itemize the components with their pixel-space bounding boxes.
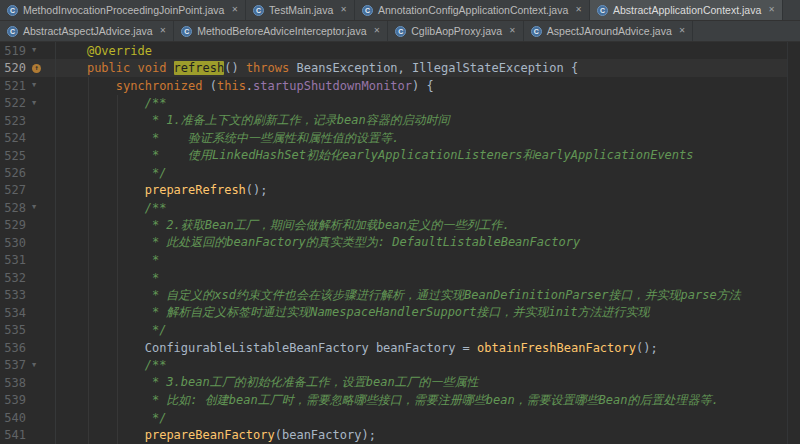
code-token <box>58 201 145 215</box>
gutter[interactable]: 525 <box>0 147 56 164</box>
code-line-538[interactable]: 538 * 3.bean工厂的初始化准备工作，设置bean工厂的一些属性 <box>0 374 800 391</box>
code-line-519[interactable]: 519▼ @Override <box>0 42 800 59</box>
tab-label: AspectJAroundAdvice.java <box>547 25 672 37</box>
gutter[interactable]: 527 <box>0 182 56 199</box>
code-line-525[interactable]: 525 * 使用LinkedHashSet初始化earlyApplication… <box>0 147 800 164</box>
code-line-527[interactable]: 527 prepareRefresh(); <box>0 182 800 199</box>
close-icon[interactable]: ✕ <box>768 6 775 14</box>
code-line-534[interactable]: 534 * 解析自定义标签时通过实现NamespaceHandlerSuppor… <box>0 304 800 321</box>
override-method-icon[interactable]: ↑ <box>32 64 41 73</box>
fold-arrow-icon[interactable]: ▼ <box>32 100 36 107</box>
gutter[interactable]: 521▼ <box>0 77 56 94</box>
gutter[interactable]: 532 <box>0 269 56 286</box>
code-token: () <box>224 61 246 75</box>
tab-AbstractAspectJAdvice.java[interactable]: CAbstractAspectJAdvice.java✕ <box>0 21 174 41</box>
gutter[interactable]: 534 <box>0 304 56 321</box>
code-line-537[interactable]: 537▼ /** <box>0 356 800 373</box>
scrollbar-error-stripe[interactable] <box>787 42 800 444</box>
code-text: * <box>56 253 800 267</box>
tab-CglibAopProxy.java[interactable]: CCglibAopProxy.java✕ <box>388 21 524 41</box>
line-number: 522 <box>0 96 29 110</box>
code-token <box>58 44 87 58</box>
code-token: * 自定义的xsd约束文件也会在该步骤进行解析，通过实现BeanDefiniti… <box>58 288 741 302</box>
gutter[interactable]: 529 <box>0 217 56 234</box>
java-class-icon: C <box>7 26 18 37</box>
code-line-528[interactable]: 528▼ /** <box>0 199 800 216</box>
gutter[interactable]: 520↑ <box>0 59 56 76</box>
gutter[interactable]: 533 <box>0 287 56 304</box>
code-line-520[interactable]: 520↑ public void refresh() throws BeansE… <box>0 59 800 76</box>
gutter[interactable]: 519▼ <box>0 42 56 59</box>
close-icon[interactable]: ✕ <box>340 6 347 14</box>
tab-TestMain.java[interactable]: CTestMain.java✕ <box>246 0 355 20</box>
gutter[interactable]: 526 <box>0 164 56 181</box>
code-line-521[interactable]: 521▼ synchronized (this.startupShutdownM… <box>0 77 800 94</box>
code-line-539[interactable]: 539 * 比如: 创建bean工厂时，需要忽略哪些接口，需要注册哪些bean，… <box>0 391 800 408</box>
gutter[interactable]: 530 <box>0 234 56 251</box>
gutter[interactable]: 523 <box>0 112 56 129</box>
close-icon[interactable]: ✕ <box>679 27 686 35</box>
fold-arrow-icon[interactable]: ▼ <box>32 82 36 89</box>
code-line-536[interactable]: 536 ConfigurableListableBeanFactory bean… <box>0 339 800 356</box>
code-token: * 2.获取Bean工厂，期间会做解析和加载bean定义的一些列工作. <box>58 218 510 232</box>
tab-MethodInvocationProceedingJoinPoint.java[interactable]: CMethodInvocationProceedingJoinPoint.jav… <box>0 0 246 20</box>
close-icon[interactable]: ✕ <box>160 27 167 35</box>
code-line-530[interactable]: 530 * 此处返回的beanFactory的真实类型为: DefaultLis… <box>0 234 800 251</box>
java-class-icon: C <box>362 5 373 16</box>
line-number: 520 <box>0 61 29 75</box>
close-icon[interactable]: ✕ <box>374 27 381 35</box>
code-line-529[interactable]: 529 * 2.获取Bean工厂，期间会做解析和加载bean定义的一些列工作. <box>0 217 800 234</box>
tab-row-2: CAbstractAspectJAdvice.java✕CMethodBefor… <box>0 21 800 42</box>
gutter[interactable]: 535 <box>0 322 56 339</box>
line-number: 526 <box>0 166 29 180</box>
code-line-531[interactable]: 531 * <box>0 252 800 269</box>
code-token: (beanFactory); <box>275 428 376 442</box>
tab-AspectJAroundAdvice.java[interactable]: CAspectJAroundAdvice.java✕ <box>524 21 694 41</box>
line-number: 532 <box>0 271 29 285</box>
code-token: @Override <box>87 44 152 58</box>
code-token: * <box>58 271 159 285</box>
tab-AnnotationConfigApplicationContext.java[interactable]: CAnnotationConfigApplicationContext.java… <box>355 0 590 20</box>
code-token: /** <box>145 358 167 372</box>
line-number: 529 <box>0 218 29 232</box>
code-text: */ <box>56 166 800 180</box>
code-token <box>58 341 145 355</box>
code-text: */ <box>56 323 800 337</box>
fold-arrow-icon[interactable]: ▼ <box>32 47 36 54</box>
code-line-541[interactable]: 541 prepareBeanFactory(beanFactory); <box>0 426 800 443</box>
code-line-533[interactable]: 533 * 自定义的xsd约束文件也会在该步骤进行解析，通过实现BeanDefi… <box>0 287 800 304</box>
fold-arrow-icon[interactable]: ▼ <box>32 204 36 211</box>
close-icon[interactable]: ✕ <box>231 6 238 14</box>
gutter[interactable]: 540 <box>0 409 56 426</box>
gutter[interactable]: 541 <box>0 426 56 443</box>
code-line-523[interactable]: 523 * 1.准备上下文的刷新工作，记录bean容器的启动时间 <box>0 112 800 129</box>
close-icon[interactable]: ✕ <box>575 6 582 14</box>
code-line-524[interactable]: 524 * 验证系统中一些属性和属性值的设置等. <box>0 129 800 146</box>
gutter[interactable]: 537▼ <box>0 356 56 373</box>
gutter[interactable]: 536 <box>0 339 56 356</box>
gutter[interactable]: 524 <box>0 129 56 146</box>
line-number: 530 <box>0 236 29 250</box>
code-line-532[interactable]: 532 * <box>0 269 800 286</box>
java-class-icon: C <box>597 5 608 16</box>
code-token: public void <box>87 61 174 75</box>
code-line-526[interactable]: 526 */ <box>0 164 800 181</box>
code-line-535[interactable]: 535 */ <box>0 322 800 339</box>
code-line-522[interactable]: 522▼ /** <box>0 94 800 111</box>
tab-MethodBeforeAdviceInterceptor.java[interactable]: CMethodBeforeAdviceInterceptor.java✕ <box>174 21 388 41</box>
gutter[interactable]: 539 <box>0 391 56 408</box>
close-icon[interactable]: ✕ <box>509 27 516 35</box>
code-line-540[interactable]: 540 */ <box>0 409 800 426</box>
gutter[interactable]: 531 <box>0 252 56 269</box>
line-number: 521 <box>0 79 29 93</box>
code-editor[interactable]: 519▼ @Override520↑ public void refresh()… <box>0 42 800 444</box>
tab-AbstractApplicationContext.java[interactable]: CAbstractApplicationContext.java✕ <box>590 0 783 20</box>
fold-arrow-icon[interactable]: ▼ <box>32 362 36 369</box>
gutter[interactable]: 538 <box>0 374 56 391</box>
line-number: 527 <box>0 183 29 197</box>
gutter[interactable]: 528▼ <box>0 199 56 216</box>
line-number: 534 <box>0 306 29 320</box>
gutter[interactable]: 522▼ <box>0 94 56 111</box>
code-text: * 使用LinkedHashSet初始化earlyApplicationList… <box>56 147 800 164</box>
code-text: * 解析自定义标签时通过实现NamespaceHandlerSupport接口，… <box>56 304 800 321</box>
